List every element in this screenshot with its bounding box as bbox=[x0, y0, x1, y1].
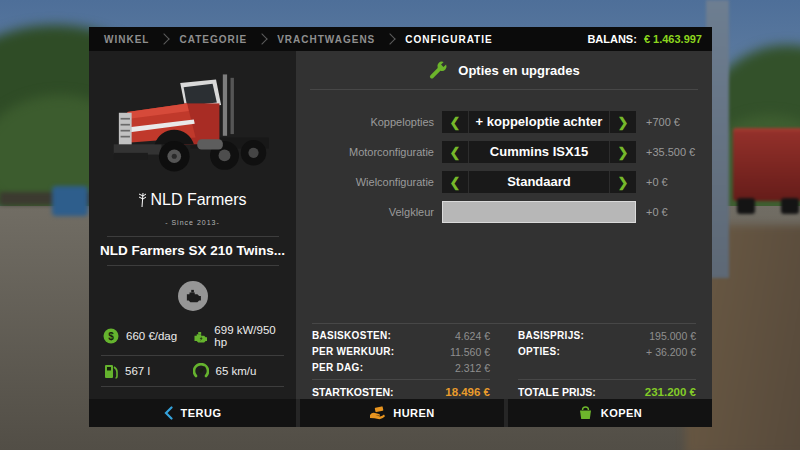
chevron-right-icon bbox=[159, 33, 170, 44]
divider bbox=[107, 265, 279, 266]
chevron-right-icon bbox=[257, 33, 268, 44]
option-row-wielconfiguratie: Wielconfiguratie ❮ Standaard ❯ +0 € bbox=[312, 171, 712, 193]
main-panel: NLD Farmers - Since 2013- NLD Farmers SX… bbox=[89, 51, 712, 399]
selected-option: Cummins ISX15 bbox=[468, 141, 610, 163]
shop-configuration-screen: WINKEL CATEGORIE VRACHTWAGENS CONFIGURAT… bbox=[0, 0, 800, 450]
option-row-velgkleur: Velgkleur +0 € bbox=[312, 201, 712, 223]
prev-option-icon[interactable]: ❮ bbox=[442, 171, 468, 193]
breadcrumb-item-vrachtwagens[interactable]: VRACHTWAGENS bbox=[277, 34, 375, 45]
svg-text:$: $ bbox=[108, 331, 114, 342]
vehicle-stats: $ 660 €/dag 699 kW/950 hp bbox=[101, 317, 284, 387]
selected-option: + koppeloptie achter bbox=[468, 111, 610, 133]
fuel-icon bbox=[103, 363, 118, 379]
wrench-icon bbox=[428, 60, 448, 80]
totale-prijs-value: 231.200 € bbox=[645, 386, 696, 398]
brand-slogan: - Since 2013- bbox=[165, 219, 220, 226]
balance-value: € 1.463.997 bbox=[644, 33, 702, 45]
blue-implement bbox=[52, 186, 88, 216]
money-icon: $ bbox=[103, 328, 119, 344]
brand-logo: NLD Farmers - Since 2013- bbox=[138, 191, 246, 229]
cost-label: OPTIES: bbox=[518, 344, 560, 360]
truck-image bbox=[95, 57, 291, 189]
cost-value: 4.624 € bbox=[455, 328, 490, 344]
rent-button[interactable]: HUREN bbox=[300, 399, 504, 427]
option-price: +0 € bbox=[646, 206, 668, 218]
engine-icon bbox=[193, 329, 208, 344]
koppelopties-selector[interactable]: ❮ + koppeloptie achter ❯ bbox=[442, 111, 636, 133]
purchase-costs: BASISPRIJS:195.000 € OPTIES:+ 36.200 € T… bbox=[518, 328, 696, 398]
motorconfiguratie-selector[interactable]: ❮ Cummins ISX15 ❯ bbox=[442, 141, 636, 163]
config-header: Opties en upgrades bbox=[310, 51, 698, 90]
cost-value: + 36.200 € bbox=[646, 344, 696, 360]
maintenance-cost-stat: $ 660 €/dag bbox=[103, 324, 193, 348]
back-button[interactable]: TERUG bbox=[89, 399, 296, 427]
running-costs: BASISKOSTEN:4.624 € PER WERKUUR:11.560 €… bbox=[312, 328, 490, 398]
prev-option-icon[interactable]: ❮ bbox=[442, 141, 468, 163]
wheat-icon bbox=[138, 192, 147, 208]
brand-name: NLD Farmers bbox=[138, 191, 246, 209]
option-rows: Koppelopties ❮ + koppeloptie achter ❯ +7… bbox=[312, 111, 712, 223]
cost-label: PER WERKUUR: bbox=[312, 344, 395, 360]
configuration-panel: Opties en upgrades Koppelopties ❮ + kopp… bbox=[296, 51, 712, 399]
shopping-basket-icon bbox=[578, 406, 593, 420]
option-label: Velgkleur bbox=[312, 206, 434, 218]
balance-label: BALANS: bbox=[587, 33, 637, 45]
option-row-koppelopties: Koppelopties ❮ + koppeloptie achter ❯ +7… bbox=[312, 111, 712, 133]
velgkleur-color-swatch[interactable] bbox=[442, 201, 636, 223]
option-row-motorconfiguratie: Motorconfiguratie ❮ Cummins ISX15 ❯ +35.… bbox=[312, 141, 712, 163]
option-price: +35.500 € bbox=[646, 146, 695, 158]
cost-label: PER DAG: bbox=[312, 360, 363, 376]
red-trailer bbox=[733, 128, 800, 214]
divider bbox=[312, 323, 696, 324]
startkosten-value: 18.496 € bbox=[445, 386, 490, 398]
breadcrumb: WINKEL CATEGORIE VRACHTWAGENS CONFIGURAT… bbox=[89, 27, 712, 51]
selected-option: Standaard bbox=[468, 171, 610, 193]
wielconfiguratie-selector[interactable]: ❮ Standaard ❯ bbox=[442, 171, 636, 193]
buy-button[interactable]: KOPEN bbox=[508, 399, 712, 427]
balance: BALANS: € 1.463.997 bbox=[587, 33, 712, 45]
divider bbox=[107, 236, 279, 237]
fuel-capacity-stat: 567 l bbox=[103, 363, 193, 379]
option-label: Motorconfiguratie bbox=[312, 146, 434, 158]
startkosten-total: STARTKOSTEN: 18.496 € bbox=[312, 379, 490, 398]
cost-summary: BASISKOSTEN:4.624 € PER WERKUUR:11.560 €… bbox=[312, 328, 696, 398]
power-stat: 699 kW/950 hp bbox=[193, 324, 283, 348]
cost-label: BASISPRIJS: bbox=[518, 328, 584, 344]
config-title: Opties en upgrades bbox=[458, 63, 579, 78]
vehicle-panel: NLD Farmers - Since 2013- NLD Farmers SX… bbox=[89, 51, 296, 399]
cost-value: 11.560 € bbox=[450, 344, 490, 360]
next-option-icon[interactable]: ❯ bbox=[610, 171, 636, 193]
rent-hand-icon bbox=[369, 406, 385, 420]
chevron-right-icon bbox=[385, 33, 396, 44]
cost-value: 195.000 € bbox=[649, 328, 696, 344]
option-label: Wielconfiguratie bbox=[312, 176, 434, 188]
chevron-left-icon bbox=[164, 406, 173, 420]
engine-badge-icon bbox=[184, 289, 202, 303]
prev-option-icon[interactable]: ❮ bbox=[442, 111, 468, 133]
option-price: +0 € bbox=[646, 176, 668, 188]
breadcrumb-item-configuratie[interactable]: CONFIGURATIE bbox=[405, 34, 492, 45]
next-option-icon[interactable]: ❯ bbox=[610, 111, 636, 133]
max-speed-stat: 65 km/u bbox=[193, 363, 283, 379]
breadcrumb-item-winkel[interactable]: WINKEL bbox=[104, 34, 149, 45]
breadcrumb-item-categorie[interactable]: CATEGORIE bbox=[179, 34, 247, 45]
cost-label: BASISKOSTEN: bbox=[312, 328, 391, 344]
option-price: +700 € bbox=[646, 116, 680, 128]
speed-icon bbox=[193, 363, 209, 379]
totale-prijs-total: TOTALE PRIJS: 231.200 € bbox=[518, 379, 696, 398]
option-label: Koppelopties bbox=[312, 116, 434, 128]
brand-badge bbox=[178, 281, 208, 311]
cost-value: 2.312 € bbox=[455, 360, 490, 376]
vehicle-title: NLD Farmers SX 210 Twins... bbox=[100, 243, 285, 258]
next-option-icon[interactable]: ❯ bbox=[610, 141, 636, 163]
